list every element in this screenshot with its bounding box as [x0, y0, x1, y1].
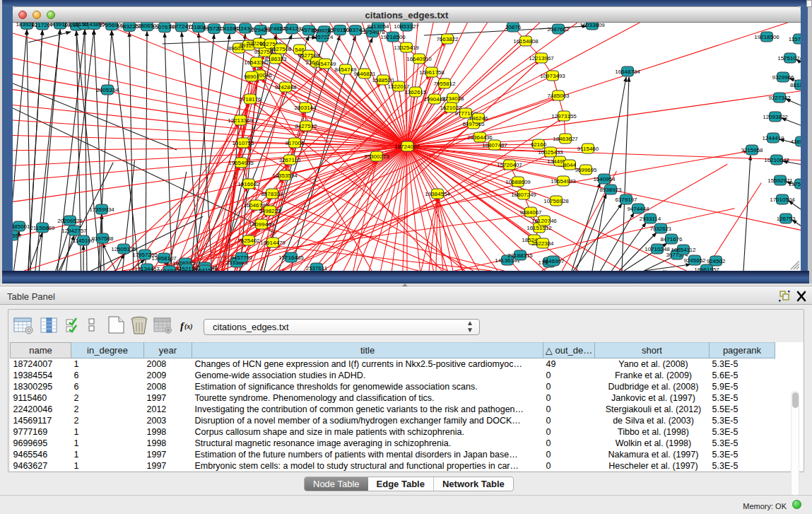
svg-text:98901: 98901: [244, 74, 260, 80]
svg-text:5498222: 5498222: [259, 208, 281, 214]
svg-text:126753: 126753: [777, 216, 796, 222]
svg-text:9385001: 9385001: [13, 223, 30, 230]
svg-text:917006: 917006: [286, 140, 305, 146]
svg-text:14353594: 14353594: [272, 173, 298, 179]
svg-text:13325419: 13325419: [394, 45, 419, 51]
svg-text:3215958: 3215958: [741, 147, 763, 153]
svg-text:12942757: 12942757: [61, 228, 87, 234]
svg-text:9646821: 9646821: [353, 71, 376, 77]
svg-text:20876: 20876: [505, 24, 522, 30]
svg-text:21156869: 21156869: [30, 225, 56, 231]
svg-text:9474444: 9474444: [627, 206, 649, 212]
svg-text:2805334: 2805334: [96, 87, 119, 93]
svg-text:18724007: 18724007: [394, 144, 420, 150]
svg-text:10756928: 10756928: [543, 198, 569, 204]
svg-text:(x): (x): [184, 322, 193, 331]
svg-text:13134457: 13134457: [134, 266, 160, 271]
svg-text:7032621: 7032621: [649, 226, 672, 232]
svg-text:21364436: 21364436: [467, 134, 493, 141]
svg-text:9329966: 9329966: [772, 74, 794, 81]
svg-text:18807249: 18807249: [511, 192, 536, 198]
svg-text:1362615: 1362615: [404, 89, 427, 95]
svg-text:2933114: 2933114: [640, 216, 661, 222]
svg-text:16210643: 16210643: [764, 157, 789, 163]
svg-text:10025433: 10025433: [538, 149, 563, 156]
svg-text:8878334: 8878334: [261, 191, 283, 197]
svg-text:10807487: 10807487: [482, 142, 507, 148]
svg-text:9327508: 9327508: [269, 46, 292, 52]
svg-text:23300273: 23300273: [364, 153, 389, 160]
svg-text:7663822: 7663822: [436, 36, 459, 42]
svg-text:12213369: 12213369: [228, 117, 253, 124]
svg-text:8186323: 8186323: [264, 56, 287, 62]
svg-text:8811165: 8811165: [790, 82, 801, 88]
svg-text:16154808: 16154808: [513, 38, 539, 45]
svg-text:1916682: 1916682: [237, 181, 260, 187]
svg-text:8813054: 8813054: [367, 23, 389, 30]
svg-text:16120746: 16120746: [531, 218, 557, 224]
svg-text:15716485: 15716485: [278, 255, 304, 261]
svg-text:9884067: 9884067: [519, 209, 542, 216]
svg-text:12213967: 12213967: [529, 55, 554, 62]
svg-text:9397588: 9397588: [91, 235, 114, 242]
svg-text:3267110: 3267110: [279, 157, 301, 163]
svg-text:16033809: 16033809: [579, 23, 605, 28]
svg-text:12973155: 12973155: [551, 113, 577, 119]
svg-text:2803144: 2803144: [294, 105, 317, 111]
svg-text:17359934: 17359934: [89, 206, 114, 213]
svg-text:1244419: 1244419: [762, 135, 784, 141]
svg-text:2522384: 2522384: [531, 240, 554, 247]
svg-text:2537611: 2537611: [306, 265, 328, 271]
svg-text:7625402: 7625402: [237, 238, 260, 244]
svg-text:19654935: 19654935: [228, 160, 254, 166]
svg-text:1010755: 1010755: [232, 140, 254, 146]
svg-text:18463627: 18463627: [553, 136, 578, 142]
svg-text:14099489: 14099489: [249, 221, 274, 228]
svg-text:8938923: 8938923: [599, 187, 622, 193]
svg-text:1588520: 1588520: [372, 77, 394, 83]
svg-text:4389045: 4389045: [790, 139, 801, 145]
svg-text:15720407: 15720407: [497, 162, 522, 168]
svg-text:16914479: 16914479: [260, 240, 286, 246]
svg-text:8646997: 8646997: [542, 258, 565, 264]
svg-text:20206576: 20206576: [57, 218, 83, 224]
svg-text:13754919: 13754919: [788, 181, 801, 187]
svg-text:8427512: 8427512: [295, 123, 317, 129]
svg-text:9242848: 9242848: [274, 84, 297, 90]
svg-text:1157510: 1157510: [789, 36, 801, 42]
svg-text:8454749: 8454749: [314, 61, 336, 67]
svg-text:2087662: 2087662: [547, 26, 570, 33]
svg-text:8471676: 8471676: [660, 236, 683, 243]
svg-text:18961957: 18961957: [694, 267, 719, 271]
svg-text:16640910: 16640910: [406, 56, 432, 62]
svg-text:9227342: 9227342: [768, 95, 791, 101]
svg-text:15751074: 15751074: [777, 55, 801, 62]
svg-text:10853327: 10853327: [394, 23, 419, 30]
svg-text:7955812: 7955812: [433, 81, 456, 87]
svg-text:2718176: 2718176: [239, 96, 261, 103]
svg-text:9699695: 9699695: [575, 167, 597, 173]
svg-text:9457791: 9457791: [230, 255, 253, 261]
svg-text:9734028: 9734028: [442, 95, 464, 102]
svg-text:23188315: 23188315: [507, 252, 533, 259]
svg-text:9245652: 9245652: [683, 257, 706, 264]
svg-text:24641507: 24641507: [192, 267, 218, 271]
svg-text:19384554: 19384554: [425, 191, 450, 197]
svg-text:19218506: 19218506: [380, 34, 406, 40]
svg-text:10973493: 10973493: [540, 73, 565, 79]
svg-text:7357224: 7357224: [311, 34, 334, 40]
svg-text:12093822: 12093822: [763, 114, 788, 120]
svg-text:17010504: 17010504: [770, 197, 795, 203]
svg-text:7485063: 7485063: [547, 93, 570, 99]
svg-text:746246: 746246: [469, 115, 488, 122]
svg-text:62160: 62160: [531, 141, 547, 148]
svg-text:10654112: 10654112: [671, 247, 697, 253]
svg-text:16648784: 16648784: [615, 69, 640, 75]
svg-text:16961758: 16961758: [419, 69, 445, 76]
svg-text:10688609: 10688609: [505, 179, 531, 185]
svg-text:1640954: 1640954: [593, 176, 616, 182]
svg-text:391557: 391557: [13, 233, 22, 239]
svg-text:924502: 924502: [707, 258, 726, 264]
svg-text:6379197: 6379197: [615, 197, 637, 203]
svg-text:19218506: 19218506: [754, 34, 779, 40]
